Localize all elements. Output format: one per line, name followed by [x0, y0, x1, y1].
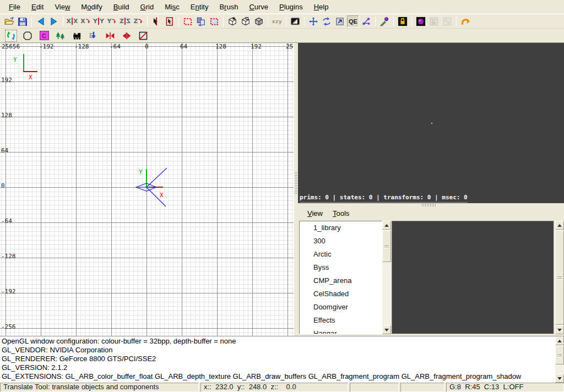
cube-open-icon[interactable]: [240, 15, 252, 28]
console-text: OpenGL window configuration: colour-buff…: [2, 337, 555, 383]
grid-axis-overlay: Y X Y X: [0, 43, 294, 336]
render-stats: prims: 0 | states: 0 | transforms: 0 | m…: [300, 194, 468, 203]
foliage-tool-icon[interactable]: [55, 30, 67, 42]
caulk-brush-icon[interactable]: C: [38, 30, 50, 42]
texture-folder-item[interactable]: Effects: [300, 314, 382, 327]
texture-folder-item[interactable]: Hangar: [300, 327, 382, 334]
arrow-up-icon: [557, 340, 562, 342]
vertical-splitter-grip[interactable]: [295, 171, 297, 194]
select-inside-icon[interactable]: [164, 15, 176, 28]
entity-list-icon[interactable]: [428, 15, 440, 28]
cube-hollow-icon[interactable]: [226, 15, 238, 28]
select-touching-icon[interactable]: [150, 15, 162, 28]
list-scrollbar[interactable]: [382, 221, 391, 334]
menu-misc[interactable]: Misc: [159, 1, 185, 13]
texture-scroll-thumb[interactable]: [555, 230, 564, 325]
menu-view[interactable]: View: [49, 1, 75, 13]
texture-scroll-down-button[interactable]: [555, 325, 564, 334]
airbrush-icon[interactable]: [378, 15, 391, 28]
origin-y-label: Y: [139, 168, 143, 176]
rotate-y-icon[interactable]: Y: [106, 15, 118, 28]
menu-help[interactable]: Help: [308, 1, 334, 13]
console-scrollbar[interactable]: [555, 336, 564, 383]
menu-modify[interactable]: Modify: [75, 1, 107, 13]
toolbar-separator: [147, 17, 148, 26]
popup-window-icon[interactable]: [334, 15, 346, 28]
list-scroll-up-button[interactable]: [382, 221, 391, 230]
light-sphere-icon[interactable]: [415, 15, 427, 28]
entity-drop-icon[interactable]: E: [88, 30, 100, 42]
menu-build[interactable]: Build: [108, 1, 135, 13]
horizontal-splitter[interactable]: [298, 203, 564, 207]
selection-filled-icon[interactable]: [208, 15, 220, 28]
menu-grid[interactable]: Grid: [135, 1, 160, 13]
texture-folder-item[interactable]: Byss: [300, 261, 382, 274]
flip-y-icon[interactable]: YY: [93, 15, 105, 28]
menu-plugins[interactable]: Plugins: [274, 1, 308, 13]
cycle-views-icon[interactable]: [321, 15, 333, 28]
toolbar-separator: [393, 17, 394, 26]
menu-edit[interactable]: Edit: [26, 1, 49, 13]
texture-scrollbar[interactable]: [555, 221, 564, 334]
toolbar-separator: [304, 17, 305, 26]
nav-forward-icon[interactable]: [48, 15, 60, 28]
console-scroll-thumb[interactable]: [555, 346, 564, 364]
list-scroll-thumb[interactable]: [382, 230, 391, 262]
texture-folder-item[interactable]: 300: [300, 235, 382, 248]
camera-3d-view[interactable]: prims: 0 | states: 0 | transforms: 0 | m…: [298, 43, 564, 203]
texture-panel-menu-tools[interactable]: Tools: [328, 208, 354, 219]
free-rotate-icon[interactable]: [5, 30, 17, 42]
selection-outline-icon[interactable]: [182, 15, 194, 28]
list-scroll-down-button[interactable]: [382, 325, 391, 334]
monitor-icon[interactable]: [289, 15, 301, 28]
texture-panel-body: 1_library300ArcticByssCMP_arenaCelShaded…: [298, 220, 564, 336]
nav-back-icon[interactable]: [35, 15, 47, 28]
entity-graph-icon[interactable]: [360, 15, 372, 28]
toolbar-separator: [31, 17, 32, 26]
console-scroll-up-button[interactable]: [555, 336, 564, 345]
clone-selection-icon[interactable]: [195, 15, 207, 28]
texture-preview[interactable]: [392, 221, 554, 334]
menu-curve[interactable]: Curve: [243, 1, 274, 13]
texture-folder-list[interactable]: 1_library300ArcticByssCMP_arenaCelShaded…: [299, 221, 382, 334]
region-toggle-icon[interactable]: [137, 30, 149, 42]
texture-folder-item[interactable]: CelShaded: [300, 287, 382, 301]
texture-folder-item[interactable]: CMP_arena: [300, 274, 382, 287]
texture-folder-item[interactable]: Doomgiver: [300, 301, 382, 314]
camera-crosshair-dot: [431, 123, 432, 124]
translate-arrows-icon[interactable]: [307, 15, 319, 28]
rotate-x-icon[interactable]: X: [79, 15, 91, 28]
workspace: Y X Y X 25656-192-128-64064128192256 192…: [0, 42, 564, 336]
status-empty-2: [400, 383, 444, 392]
texture-panel-menu-view[interactable]: View: [302, 208, 328, 219]
rotate-z-icon[interactable]: Z: [132, 15, 144, 28]
flip-z-icon[interactable]: ZZ: [119, 15, 131, 28]
patch-grid-icon[interactable]: [441, 15, 453, 28]
texture-folder-item[interactable]: 1_library: [300, 221, 382, 235]
save-icon[interactable]: [17, 15, 29, 28]
menu-entity[interactable]: Entity: [185, 1, 214, 13]
merge-entities-icon[interactable]: [104, 30, 116, 42]
texture-lock-icon[interactable]: [397, 15, 409, 28]
open-icon[interactable]: [3, 15, 15, 28]
flip-x-icon[interactable]: XX: [66, 15, 78, 28]
train-path-icon[interactable]: [71, 30, 83, 42]
console[interactable]: OpenGL window configuration: colour-buff…: [0, 336, 564, 383]
console-scroll-down-button[interactable]: [555, 374, 564, 383]
curve-tool-icon[interactable]: [459, 15, 471, 28]
horizontal-splitter-grip[interactable]: [421, 204, 437, 206]
menu-brush[interactable]: Brush: [214, 1, 243, 13]
toolbar-separator: [456, 17, 457, 26]
vertical-splitter[interactable]: [294, 43, 298, 336]
status-tool: Translate Tool: translate objects and co…: [0, 383, 199, 392]
split-entities-icon[interactable]: [121, 30, 133, 42]
qe-toggle-icon[interactable]: QE: [347, 15, 359, 28]
texture-folder-item[interactable]: Arctic: [300, 248, 382, 261]
grid-2d-view[interactable]: Y X Y X 25656-192-128-64064128192256 192…: [0, 43, 294, 336]
axis-widget-x-label: X: [29, 74, 32, 81]
octagon-clip-icon[interactable]: [21, 30, 34, 42]
texture-scroll-up-button[interactable]: [555, 221, 564, 230]
menu-file[interactable]: File: [3, 1, 26, 13]
views-xyz-icon[interactable]: xzy: [271, 15, 283, 28]
cube-textured-icon[interactable]: [253, 15, 265, 28]
